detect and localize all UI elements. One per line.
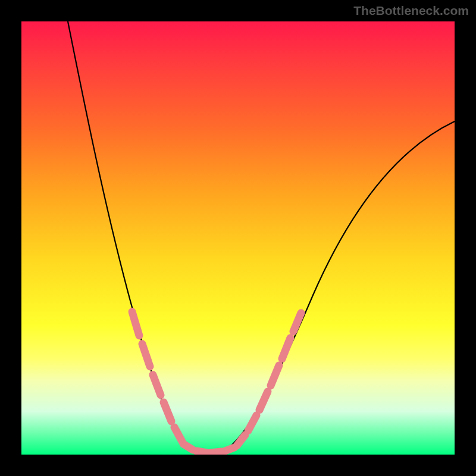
highlight-left-3 — [153, 375, 161, 395]
highlight-right-5 — [282, 338, 290, 359]
highlight-left-4 — [164, 402, 171, 421]
curve-left — [68, 21, 191, 450]
curve-right — [224, 121, 455, 451]
highlight-right-1 — [237, 435, 245, 446]
highlight-valley-1 — [183, 444, 193, 450]
highlight-right-2 — [248, 415, 256, 431]
highlight-left-5 — [174, 427, 182, 441]
highlight-valley-3 — [211, 452, 221, 453]
highlight-right-6 — [293, 313, 301, 331]
highlight-right-4 — [271, 365, 279, 386]
highlight-valley-2 — [196, 451, 207, 453]
chart-plot-area — [21, 21, 455, 455]
watermark-text: TheBottleneck.com — [353, 4, 469, 18]
highlight-left-2 — [142, 344, 150, 367]
chart-svg — [21, 21, 455, 455]
highlight-valley-4 — [225, 447, 234, 451]
highlight-left-1 — [132, 312, 139, 336]
highlight-right-3 — [259, 392, 268, 410]
